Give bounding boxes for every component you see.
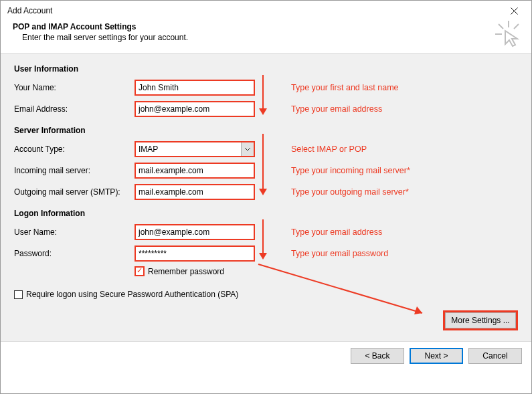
incoming-input[interactable] (136, 164, 254, 177)
check-icon: ✓ (137, 266, 143, 275)
your-name-label: Your Name: (14, 83, 135, 92)
account-type-value: IMAP (136, 143, 241, 155)
username-input[interactable] (136, 225, 254, 239)
svg-line-4 (499, 24, 503, 29)
next-button[interactable]: Next > (410, 348, 463, 364)
close-icon (511, 7, 518, 15)
chevron-down-icon (245, 148, 250, 151)
spa-label: Require logon using Secure Password Auth… (26, 290, 238, 299)
annot-email: Type your email address (291, 104, 382, 114)
annot-your-name: Type your first and last name (291, 83, 399, 92)
svg-line-5 (514, 24, 519, 29)
your-name-field-wrap (135, 80, 255, 96)
your-name-input[interactable] (136, 81, 254, 94)
incoming-field-wrap (135, 163, 255, 179)
dialog-footer: < Back Next > Cancel (1, 342, 531, 370)
remember-password-label: Remember password (148, 267, 224, 276)
spa-checkbox[interactable] (14, 290, 23, 299)
remember-password-checkbox[interactable]: ✓ (135, 266, 145, 276)
annot-account-type: Select IMAP or POP (291, 144, 367, 154)
email-input[interactable] (136, 102, 254, 116)
more-settings-highlight: More Settings ... (443, 310, 518, 330)
add-account-window: Add Account POP and IMAP Account Setting… (0, 0, 532, 394)
annot-password: Type your email password (291, 249, 388, 258)
password-label: Password: (14, 249, 135, 258)
cancel-button[interactable]: Cancel (468, 348, 522, 364)
back-button[interactable]: < Back (351, 348, 404, 364)
dropdown-button[interactable] (241, 142, 254, 156)
header-title: POP and IMAP Account Settings (13, 22, 522, 31)
email-label: Email Address: (14, 104, 135, 114)
close-button[interactable] (501, 1, 527, 20)
outgoing-field-wrap (135, 184, 255, 200)
annot-incoming: Type your incoming mail server* (291, 166, 410, 175)
username-field-wrap (135, 224, 255, 240)
outgoing-input[interactable] (136, 185, 254, 199)
incoming-label: Incoming mail server: (14, 166, 135, 175)
header-subtitle: Enter the mail server settings for your … (13, 31, 522, 42)
svg-marker-13 (414, 306, 422, 314)
more-settings-button[interactable]: More Settings ... (445, 312, 516, 328)
account-type-select[interactable]: IMAP (135, 141, 255, 157)
dialog-header: POP and IMAP Account Settings Enter the … (1, 21, 531, 53)
section-user-info: User Information (14, 64, 518, 74)
remember-password-row: ✓ Remember password (135, 266, 518, 276)
annot-outgoing: Type your outgoing mail server* (291, 187, 409, 197)
annot-username: Type your email address (291, 227, 382, 237)
email-field-wrap (135, 101, 255, 117)
account-type-label: Account Type: (14, 144, 135, 154)
username-label: User Name: (14, 227, 135, 237)
outgoing-label: Outgoing mail server (SMTP): (14, 187, 135, 197)
section-server-info: Server Information (14, 126, 518, 135)
spa-row: Require logon using Secure Password Auth… (14, 290, 518, 299)
content-area: User Information Your Name: Type your fi… (1, 53, 531, 342)
titlebar: Add Account (1, 1, 531, 21)
section-logon-info: Logon Information (14, 209, 518, 218)
cursor-star-icon (495, 21, 522, 47)
password-field-wrap (135, 245, 255, 262)
window-title: Add Account (7, 6, 52, 15)
password-input[interactable] (136, 247, 254, 260)
